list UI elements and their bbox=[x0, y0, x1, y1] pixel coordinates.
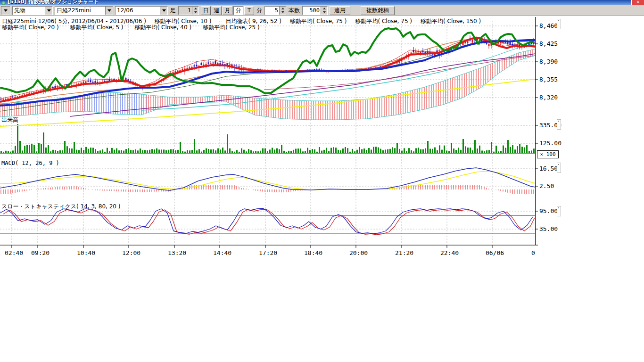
svg-text:95.00: 95.00 bbox=[539, 207, 558, 214]
svg-text:14:40: 14:40 bbox=[213, 249, 231, 256]
stoch-pane-handle[interactable] bbox=[557, 206, 561, 216]
axis-labels: 8,4608,4258,3908,3558,320335.00125.0016.… bbox=[5, 22, 561, 256]
volume-pane-handle[interactable] bbox=[557, 119, 561, 130]
svg-text:0: 0 bbox=[531, 249, 535, 256]
svg-text:8,390: 8,390 bbox=[539, 58, 558, 65]
svg-text:13:20: 13:20 bbox=[168, 249, 186, 256]
macd-pane-label: MACD( 12, 26, 9 ) bbox=[1, 160, 59, 166]
indicator-label: 移動平均( Close, 40 ) bbox=[135, 24, 192, 32]
svg-text:8,425: 8,425 bbox=[539, 40, 558, 47]
macd-pane-handle[interactable] bbox=[557, 163, 561, 173]
svg-text:20:00: 20:00 bbox=[349, 249, 368, 256]
volume-pane-label: 出来高 bbox=[1, 116, 18, 124]
svg-text:12:00: 12:00 bbox=[122, 249, 140, 256]
price-pane-handle[interactable] bbox=[557, 19, 561, 29]
app-window: [5150] 指数先物/オプションチャート ✕ 先物 日経225mini 12/… bbox=[0, 0, 644, 362]
indicator-label: 移動平均( Close, 5 ) bbox=[70, 24, 124, 32]
chart-canvas: 8,4608,4258,3908,3558,320335.00125.0016.… bbox=[0, 0, 644, 362]
macd-pane bbox=[0, 168, 535, 194]
svg-text:02:40: 02:40 bbox=[5, 249, 23, 256]
svg-text:2.50: 2.50 bbox=[539, 182, 554, 189]
indicator-label: 移動平均( Close, 75 ) bbox=[355, 17, 412, 25]
indicator-label: 移動平均( Close, 75 ) bbox=[290, 17, 347, 25]
indicator-label: 移動平均( Close, 20 ) bbox=[2, 24, 59, 32]
svg-text:22:40: 22:40 bbox=[440, 249, 459, 256]
svg-text:35.00: 35.00 bbox=[539, 225, 558, 232]
svg-text:8,460: 8,460 bbox=[539, 22, 558, 29]
stoch-pane-label: スロー・ストキャスティクス( 14, 3, 80, 20 ) bbox=[1, 203, 120, 211]
svg-text:16.50: 16.50 bbox=[539, 165, 558, 172]
svg-text:17:20: 17:20 bbox=[259, 249, 277, 256]
svg-text:8,355: 8,355 bbox=[539, 76, 558, 83]
svg-text:8,320: 8,320 bbox=[539, 94, 558, 101]
svg-text:10:40: 10:40 bbox=[77, 249, 95, 256]
svg-text:09:20: 09:20 bbox=[31, 249, 50, 256]
volume-multiplier-badge: × 100 bbox=[537, 150, 559, 158]
indicator-label: 移動平均( Close, 25 ) bbox=[203, 24, 260, 32]
indicator-label: 移動平均( Close, 150 ) bbox=[421, 17, 481, 25]
svg-text:125.00: 125.00 bbox=[539, 140, 561, 147]
svg-text:21:20: 21:20 bbox=[395, 249, 413, 256]
stochastics-pane bbox=[0, 208, 535, 235]
volume-bars bbox=[0, 124, 535, 153]
svg-text:18:40: 18:40 bbox=[304, 249, 322, 256]
svg-text:06/06: 06/06 bbox=[486, 249, 504, 256]
indicator-header-line2: 移動平均( Close, 20 )移動平均( Close, 5 )移動平均( C… bbox=[2, 24, 260, 32]
